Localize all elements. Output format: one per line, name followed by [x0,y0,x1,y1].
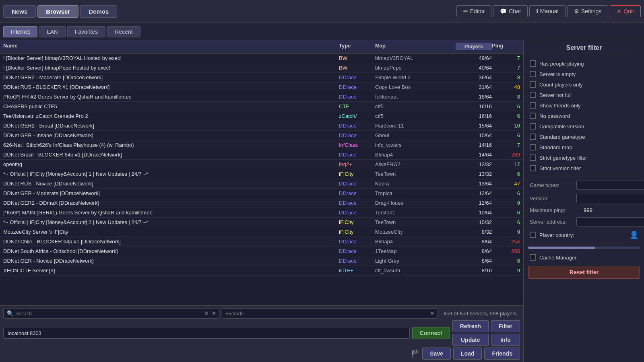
gametypes-input[interactable] [576,181,644,190]
checkbox-no_password[interactable] [530,113,536,119]
checkbox-strict_gametype[interactable] [530,154,536,161]
settings-button[interactable]: ⚙ Settings [567,5,609,17]
search-input[interactable] [15,311,203,317]
label-server_empty: Server is empty [539,71,576,77]
server-type: fng2+ [339,161,375,167]
server-ping: 6 [492,258,520,264]
server-players: 31/64 [456,84,492,90]
server-ping: 6 [492,190,520,196]
server-name: ! [Blocker Server] blmapPepe Hosted by e… [3,65,339,71]
table-row[interactable]: DDNet GER2 - Moderate [DDraceNetwork] DD… [0,73,523,82]
checkbox-has_people[interactable] [530,60,536,67]
table-row[interactable]: ! [Blocker Server] blmapPepe Hosted by e… [0,63,523,73]
server-map: Terston1 [375,210,456,216]
server-players: 18/64 [456,94,492,100]
server-ping: 7 [492,55,520,61]
table-row[interactable]: MouzeeCity Server \\ iF|City iF|City Mou… [0,227,523,237]
info-button[interactable]: Info [491,334,520,346]
tab-favorites[interactable]: Favorites [67,26,106,37]
label-standard_gametype: Standard gametype [539,134,585,140]
table-row[interactable]: DDNet RUS - BLOCKER #1 [DDraceNetwork] D… [0,82,523,92]
save-button[interactable]: Save [422,348,451,360]
bottom-bar: 🔍 ✕ ✕ ✕ 859 of 859 servers, 598 players … [0,305,523,362]
manual-button[interactable]: ℹ Manual [529,5,566,17]
table-row[interactable]: DDNet Brazil - BLOCKER 64p #1 [DDraceNet… [0,150,523,160]
friends-button[interactable]: Friends [484,348,520,360]
update-button[interactable]: Update [452,334,489,346]
server-type: iF|City [339,229,375,235]
checkbox-server_empty[interactable] [530,71,536,77]
refresh-button[interactable]: Refresh [452,320,489,332]
table-row[interactable]: *~ Official | iF|City [Money&Account] 1 … [0,169,523,179]
table-row[interactable]: XEON iCTF Server [3] iCTF+ ctf_awsum 8/1… [0,266,523,276]
server-players: 8/16 [456,267,492,274]
search-x-button[interactable]: ✕ [212,311,216,316]
server-map: Blmap4 [375,152,456,158]
server-name: XEON iCTF Server [3] [3,267,339,274]
server-table: ! [Blocker Server] blmapV3ROYAL Hosted b… [0,53,523,305]
checkbox-compatible_version[interactable] [530,123,536,130]
version-input[interactable] [576,194,644,203]
table-header: Name Type Map Players Ping [0,40,523,53]
tab-browser[interactable]: Browser [37,5,78,18]
table-row[interactable]: |*KoG*| FR #2 Gores Server by QshaR and … [0,92,523,102]
checkbox-strict_version[interactable] [530,165,536,171]
table-row[interactable]: CHA$ER$ public CTF5 CTF ctf5 16/16 6 [0,102,523,111]
table-row[interactable]: DDNet South Africa - Oldschool [DDraceNe… [0,247,523,256]
tab-recent[interactable]: Recent [107,26,140,37]
editor-button[interactable]: ✏ Editor [456,5,492,17]
table-row[interactable]: DDNet Chile - BLOCKER 64p #1 [DDraceNetw… [0,237,523,247]
table-row[interactable]: DDNet GER2 - DDmaX [DDraceNetwork] DDrac… [0,198,523,208]
checkbox-count_players[interactable] [530,81,536,88]
load-button[interactable]: Load [453,348,482,360]
server-type: DDrace [339,152,375,158]
table-row[interactable]: DDNet GER - Novice [DDraceNetwork] DDrac… [0,256,523,266]
server-map: ctf_awsum [375,267,456,274]
table-row[interactable]: 626-Net | Stitch626's InfClass Playhouse… [0,140,523,150]
table-row[interactable]: *~ Official | iF|City [Money&Account] 2 … [0,218,523,227]
server-map: infc_towers [375,142,456,148]
checkbox-standard_gametype[interactable] [530,134,536,140]
reset-filter-button[interactable]: Reset filter [528,266,640,279]
tab-internet[interactable]: Internet [3,26,37,37]
server-type: DDrace [339,94,375,100]
exclude-input[interactable] [225,311,429,317]
tab-news[interactable]: News [3,5,36,18]
serveraddr-input[interactable] [576,217,644,226]
table-row[interactable]: ! [Blocker Server] blmapV3ROYAL Hosted b… [0,53,523,63]
server-ping: 8 [492,94,520,100]
tab-demos[interactable]: Demos [80,5,117,18]
server-players: 8/64 [456,239,492,245]
server-address-input[interactable] [3,328,410,339]
chat-button[interactable]: 💬 Chat [493,5,528,17]
tab-lan[interactable]: LAN [39,26,65,37]
table-row[interactable]: TeeVision.eu: zCatch Grenade Pro 2 zCatc… [0,111,523,121]
table-row[interactable]: DDNet GER2 - Brutal [DDraceNetwork] DDra… [0,121,523,131]
filter-scrollbar[interactable] [528,247,640,249]
player-country-checkbox[interactable] [530,232,536,238]
table-row[interactable]: DDNet GER - Moderate [DDraceNetwork] DDr… [0,189,523,198]
server-ping: 6 [492,103,520,109]
server-map: Copy Love Box [375,84,456,90]
table-row[interactable]: DDNet RUS - Novice [DDraceNetwork] DDrac… [0,179,523,189]
search-clear-button[interactable]: ✕ [204,311,208,316]
filter-button[interactable]: Filter [491,320,520,332]
table-row[interactable]: |*KoG*| MAIN (GER#1) Gores Server by Qsh… [0,208,523,218]
server-name: *~ Official | iF|City [Money&Account] 1 … [3,171,339,177]
checkbox-show_friends[interactable] [530,102,536,109]
server-ping: 239 [492,152,520,158]
server-name: TeeVision.eu: zCatch Grenade Pro 2 [3,113,339,119]
checkbox-server_not_full[interactable] [530,92,536,98]
server-ping: 9 [492,200,520,206]
server-type: DDrace [339,258,375,264]
server-map: 1TeeMap [375,248,456,254]
checkbox-standard_map[interactable] [530,144,536,150]
connect-button[interactable]: Connect [412,327,450,339]
server-type: DDrace [339,200,375,206]
quit-button[interactable]: ✕ Quit [610,5,641,17]
table-row[interactable]: openfng fng2+ AliveFNG2 13/32 17 [0,160,523,169]
exclude-clear-button[interactable]: ✕ [430,311,434,316]
table-row[interactable]: DDNet GER - Insane [DDraceNetwork] DDrac… [0,131,523,140]
server-type: iCTF+ [339,267,375,274]
cache-manager-checkbox[interactable] [530,254,536,261]
